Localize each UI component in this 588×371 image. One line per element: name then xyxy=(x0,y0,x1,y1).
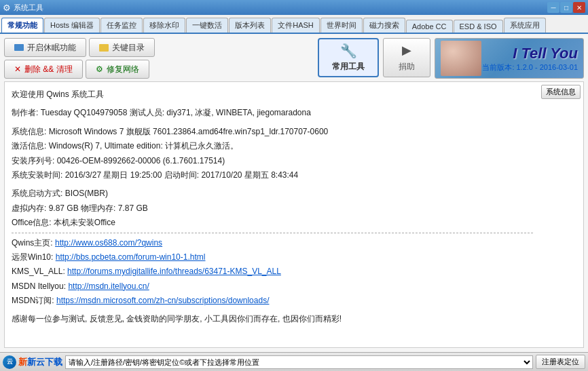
bootmode-line: 系统启动方式: BIOS(MBR) xyxy=(12,187,533,200)
delete-icon: ✕ xyxy=(14,64,21,74)
title-bar-left: ⚙ 系统工具 xyxy=(3,3,43,13)
link-msdn-label: MSDN订阅: xyxy=(12,296,54,305)
link-win10: 远景Win10: http://bbs.pcbeta.com/forum-win… xyxy=(12,250,533,264)
link-msdn: MSDN订阅: https://msdn.microsoft.com/zh-cn… xyxy=(12,294,533,307)
tab-general[interactable]: 常规功能 xyxy=(1,18,43,33)
tab-esdiso[interactable]: ESD & ISO xyxy=(454,20,503,33)
bottom-logo-text: 新新云下载 xyxy=(18,356,62,368)
link-win10-url[interactable]: http://bbs.pcbeta.com/forum-win10-1.html xyxy=(56,252,206,262)
reg-locate-button[interactable]: 注册表定位 xyxy=(536,355,585,369)
tab-taskmonitor[interactable]: 任务监控 xyxy=(100,18,143,33)
activate-line: 激活信息: Windows(R) 7, Ultimate edition: 计算… xyxy=(12,139,533,153)
button-rows: 开启休眠功能 关键目录 ✕ 删除 && 清理 ⚙ 修复网络 xyxy=(4,38,314,79)
thanks-line: 感谢每一位参与测试, 反馈意见, 金钱资助的同学朋友, 小工具因你们而存在, 也… xyxy=(12,312,533,326)
bottom-logo-secondary: 新云下载 xyxy=(27,357,62,367)
maximize-button[interactable]: □ xyxy=(560,2,572,13)
memory-line: 虚拟内存: 9.87 GB 物理内存: 7.87 GB xyxy=(12,201,533,215)
serial-line: 安装序列号: 00426-OEM-8992662-00006 (6.1.7601… xyxy=(12,154,533,168)
tab-worldtime[interactable]: 世界时间 xyxy=(320,18,363,33)
donate-button[interactable]: ▶ 捐助 xyxy=(383,38,430,77)
link-itellyou: MSDN Itellyou: http://msdn.itellyou.cn/ xyxy=(12,279,533,293)
info-main: 欢迎使用 Qwins 系统工具 制作者: Tuesday QQ104979058… xyxy=(5,82,540,347)
tab-onekey[interactable]: 一键数活 xyxy=(186,18,228,33)
donate-icon: ▶ xyxy=(402,43,411,58)
logo-text-area: I Tell You 当前版本: 1.2.0 - 2016-03-01 xyxy=(482,45,578,73)
app-icon: ⚙ xyxy=(3,3,11,13)
bottom-bar: 云 新新云下载 请输入/注册路径/密钥/将密钥定位©或者下拉选择常用位置 注册表… xyxy=(0,352,588,371)
bottom-path-select[interactable]: 请输入/注册路径/密钥/将密钥定位©或者下拉选择常用位置 xyxy=(65,355,533,369)
tab-removewm[interactable]: 移除水印 xyxy=(143,18,185,33)
link-itellyou-url[interactable]: http://msdn.itellyou.cn/ xyxy=(68,281,149,291)
repair-button[interactable]: ⚙ 修复网络 xyxy=(86,60,149,79)
info-sidebar: 系统信息 xyxy=(543,82,583,347)
tools-button[interactable]: 🔧 常用工具 xyxy=(318,38,379,77)
link-kms-url[interactable]: http://forums.mydigitallife.info/threads… xyxy=(67,267,281,276)
title-bar-title: 系统工具 xyxy=(14,3,43,13)
title-bar-controls: ─ □ ✕ xyxy=(547,2,585,13)
tools-icon: 🔧 xyxy=(340,43,357,59)
delete-button[interactable]: ✕ 删除 && 清理 xyxy=(4,60,83,79)
button-row-2: ✕ 删除 && 清理 ⚙ 修复网络 xyxy=(4,60,314,79)
button-row-1: 开启休眠功能 关键目录 xyxy=(4,38,314,57)
link-kms: KMS_VL_ALL: http://forums.mydigitallife.… xyxy=(12,265,533,278)
sleep-icon xyxy=(14,44,24,51)
tab-filehash[interactable]: 文件HASH xyxy=(272,18,320,33)
link-kms-label: KMS_VL_ALL: xyxy=(12,267,65,276)
info-panel: 欢迎使用 Qwins 系统工具 制作者: Tuesday QQ104979058… xyxy=(4,81,584,348)
tab-bar: 常规功能 Hosts 编辑器 任务监控 移除水印 一键数活 版本列表 文件HAS… xyxy=(0,15,588,34)
link-qwins: Qwins主页: http://www.os688.com/?qwins xyxy=(12,236,533,250)
logo-title: I Tell You xyxy=(513,45,578,62)
bottom-logo-main: 新 xyxy=(18,357,27,367)
sysinfo-line: 系统信息: Microsoft Windows 7 旗舰版 7601.23864… xyxy=(12,125,533,138)
close-button[interactable]: ✕ xyxy=(573,2,585,13)
link-itellyou-label: MSDN Itellyou: xyxy=(12,281,66,291)
repair-icon: ⚙ xyxy=(96,64,103,74)
divider xyxy=(12,233,533,233)
tab-versionlist[interactable]: 版本列表 xyxy=(229,18,271,33)
title-bar: ⚙ 系统工具 ─ □ ✕ xyxy=(0,0,588,15)
closemenu-button[interactable]: 关键目录 xyxy=(89,38,155,57)
folder-icon xyxy=(99,44,109,52)
minimize-button[interactable]: ─ xyxy=(547,2,559,13)
welcome-line: 欢迎使用 Qwins 系统工具 xyxy=(12,87,533,101)
logo-area: I Tell You 当前版本: 1.2.0 - 2016-03-01 xyxy=(435,38,584,79)
sleep-button[interactable]: 开启休眠功能 xyxy=(4,38,86,57)
link-win10-label: 远景Win10: xyxy=(12,252,53,262)
tab-hosts[interactable]: Hosts 编辑器 xyxy=(44,18,100,33)
logo-version: 当前版本: 1.2.0 - 2016-03-01 xyxy=(482,62,578,73)
photo-inner xyxy=(441,41,481,76)
link-qwins-label: Qwins主页: xyxy=(12,238,53,248)
link-qwins-url[interactable]: http://www.os688.com/?qwins xyxy=(55,238,162,248)
link-msdn-url[interactable]: https://msdn.microsoft.com/zh-cn/subscri… xyxy=(56,296,269,305)
sysinfo-button[interactable]: 系统信息 xyxy=(541,85,581,99)
office-line: Office信息: 本机未安装Office xyxy=(12,216,533,229)
logo-photo xyxy=(441,41,481,76)
tab-magsearch[interactable]: 磁力搜索 xyxy=(363,18,405,33)
author-line: 制作者: Tuesday QQ104979058 测试人员: diy371, 冰… xyxy=(12,106,533,119)
bottom-logo-icon: 云 xyxy=(3,355,16,369)
installtime-line: 系统安装时间: 2016/3/27 星期日 19:25:00 启动时间: 201… xyxy=(12,168,533,182)
top-section: 开启休眠功能 关键目录 ✕ 删除 && 清理 ⚙ 修复网络 🔧 xyxy=(4,38,584,79)
tab-adobecc[interactable]: Adobe CC xyxy=(406,20,453,33)
bottom-logo: 云 新新云下载 xyxy=(3,355,62,369)
main-area: 开启休眠功能 关键目录 ✕ 删除 && 清理 ⚙ 修复网络 🔧 xyxy=(0,34,588,352)
tab-sysapp[interactable]: 系统应用 xyxy=(504,18,546,33)
